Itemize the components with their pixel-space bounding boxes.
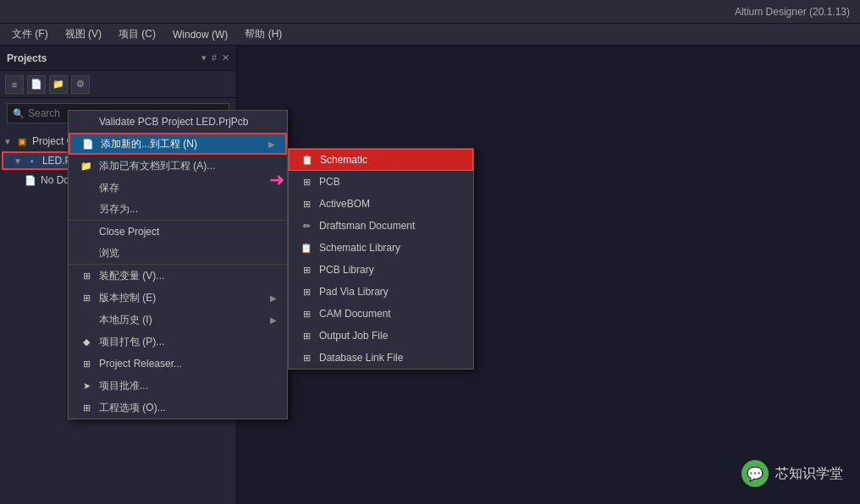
pink-arrow-indicator: ➜ (269, 169, 284, 191)
ctx-dropbox-label: 项目打包 (P)... (99, 335, 164, 349)
title-bar: Altium Designer (20.1.13) (0, 0, 860, 24)
ctx-schematic-label: Schematic (320, 154, 367, 166)
menu-bar: 文件 (F) 视图 (V) 项目 (C) Window (W) 帮助 (H) (0, 24, 860, 46)
ctx-save-as[interactable]: 另存为... (69, 199, 287, 221)
browse-icon (79, 246, 94, 261)
ctx-browse[interactable]: 浏览 (69, 243, 287, 265)
ctx-save-label: 保存 (99, 181, 119, 195)
ctx-version-label: 版本控制 (E) (99, 291, 156, 305)
ctx-draftsman[interactable]: ✏ Draftsman Document (289, 215, 473, 237)
ctx-add-new[interactable]: 📄 添加新的...到工程 (N) ▶ (69, 133, 287, 155)
ctx-add-existing[interactable]: 📁 添加已有文档到工程 (A)... (69, 155, 287, 177)
dropbox-icon: ◆ (79, 334, 94, 349)
ctx-local-history[interactable]: 本地历史 (I) ▶ (69, 309, 287, 331)
ctx-releaser-label: Project Releaser... (99, 358, 182, 370)
toolbar-settings-btn[interactable]: ⚙ (71, 75, 90, 94)
project-icon: ▪ (25, 154, 39, 167)
releaser-icon: ⊞ (79, 356, 94, 371)
ctx-output-job[interactable]: ⊞ Output Job File (289, 325, 473, 347)
history-icon (79, 312, 94, 327)
options-icon: ⊞ (79, 400, 94, 415)
pcblib-icon: ⊞ (299, 262, 314, 277)
ctx-cam-label: CAM Document (319, 308, 391, 320)
add-new-icon: 📄 (80, 136, 96, 151)
ctx-project-options[interactable]: ⊞ 工程选项 (O)... (69, 397, 287, 419)
ctx-pcblib-label: PCB Library (319, 264, 374, 276)
main-layout: Projects ▾ # ✕ ≡ 📄 📁 ⚙ 🔍 ▼ ▣ Project Gro… (0, 46, 860, 504)
ctx-pcb-library[interactable]: ⊞ PCB Library (289, 259, 473, 281)
ctx-dropbox[interactable]: ◆ 项目打包 (P)... (69, 331, 287, 353)
ctx-schematic-lib[interactable]: 📋 Schematic Library (289, 237, 473, 259)
save-icon (79, 180, 94, 195)
panel-title: Projects (7, 52, 47, 64)
toolbar-new-btn[interactable]: 📄 (27, 75, 46, 94)
submenu-arrow-version: ▶ (270, 293, 277, 303)
schlib-icon: 📋 (299, 240, 314, 255)
ctx-add-existing-label: 添加已有文档到工程 (A)... (99, 159, 215, 173)
menu-project[interactable]: 项目 (C) (112, 25, 163, 43)
menu-help[interactable]: 帮助 (H) (238, 25, 289, 43)
close-panel-button[interactable]: ✕ (222, 52, 229, 63)
outputjob-icon: ⊞ (299, 328, 314, 343)
ctx-pad-via[interactable]: ⊞ Pad Via Library (289, 281, 473, 303)
dblink-icon: ⊞ (299, 350, 314, 365)
submenu-arrow-add-new: ▶ (268, 140, 275, 149)
ctx-db-link[interactable]: ⊞ Database Link File (289, 347, 473, 369)
validate-icon (79, 114, 94, 129)
watermark: 💬 芯知识学堂 (741, 460, 843, 487)
cam-icon: ⊞ (299, 306, 314, 321)
add-existing-icon: 📁 (79, 158, 94, 173)
pcb-icon: ⊞ (299, 174, 314, 189)
toolbar-menu-btn[interactable]: ≡ (5, 75, 24, 94)
ctx-active-bom[interactable]: ⊞ ActiveBOM (289, 193, 473, 215)
ctx-close-project-label: Close Project (99, 226, 159, 238)
float-panel-button[interactable]: # (212, 52, 217, 63)
ctx-variants-label: 装配变量 (V)... (99, 269, 164, 283)
ctx-dblink-label: Database Link File (319, 352, 403, 364)
ctx-variants[interactable]: ⊞ 装配变量 (V)... (69, 265, 287, 287)
panel-controls: ▾ # ✕ (201, 52, 229, 63)
ctx-pcb-label: PCB (319, 176, 340, 188)
ctx-validate-label: Validate PCB Project LED.PrjPcb (99, 116, 249, 128)
ctx-version-control[interactable]: ⊞ 版本控制 (E) ▶ (69, 287, 287, 309)
ctx-project-releaser[interactable]: ⊞ Project Releaser... (69, 353, 287, 375)
ctx-outputjob-label: Output Job File (319, 330, 388, 342)
ctx-schlib-label: Schematic Library (319, 242, 400, 254)
ctx-padvia-label: Pad Via Library (319, 286, 389, 298)
menu-window[interactable]: Window (W) (166, 27, 234, 42)
context-menu-primary: Validate PCB Project LED.PrjPcb 📄 添加新的..… (68, 110, 288, 419)
submenu-arrow-history: ▶ (270, 315, 277, 325)
save-as-icon (79, 202, 94, 217)
ctx-draftsman-label: Draftsman Document (319, 220, 415, 232)
milestone-icon: ➤ (79, 378, 94, 393)
ctx-pcb[interactable]: ⊞ PCB (289, 171, 473, 193)
ctx-milestone[interactable]: ➤ 项目批准... (69, 375, 287, 397)
ctx-options-label: 工程选项 (O)... (99, 401, 166, 415)
ctx-save[interactable]: 保存 (69, 177, 287, 199)
app-title: Altium Designer (20.1.13) (735, 6, 850, 18)
expand-arrow-project: ▼ (14, 156, 22, 166)
wechat-icon: 💬 (741, 460, 769, 487)
menu-file[interactable]: 文件 (F) (5, 25, 55, 43)
close-project-icon (79, 224, 94, 239)
ctx-cam[interactable]: ⊞ CAM Document (289, 303, 473, 325)
wechat-symbol: 💬 (747, 466, 764, 482)
ctx-milestone-label: 项目批准... (99, 379, 148, 393)
menu-view[interactable]: 视图 (V) (58, 25, 108, 43)
group-icon: ▣ (15, 134, 29, 148)
ctx-close-project[interactable]: Close Project (69, 221, 287, 243)
file-icon: 📄 (24, 173, 37, 187)
toolbar-open-btn[interactable]: 📁 (49, 75, 68, 94)
panel-toolbar: ≡ 📄 📁 ⚙ (0, 71, 236, 98)
schematic-icon: 📋 (300, 152, 315, 167)
ctx-bom-label: ActiveBOM (319, 198, 370, 210)
variants-icon: ⊞ (79, 268, 94, 283)
watermark-text: 芯知识学堂 (775, 465, 843, 483)
ctx-browse-label: 浏览 (99, 246, 119, 260)
draftsman-icon: ✏ (299, 218, 314, 233)
ctx-validate[interactable]: Validate PCB Project LED.PrjPcb (69, 111, 287, 133)
ctx-save-as-label: 另存为... (99, 202, 138, 216)
search-icon: 🔍 (13, 108, 25, 119)
ctx-schematic[interactable]: 📋 Schematic (289, 149, 473, 171)
pin-panel-button[interactable]: ▾ (201, 52, 207, 63)
